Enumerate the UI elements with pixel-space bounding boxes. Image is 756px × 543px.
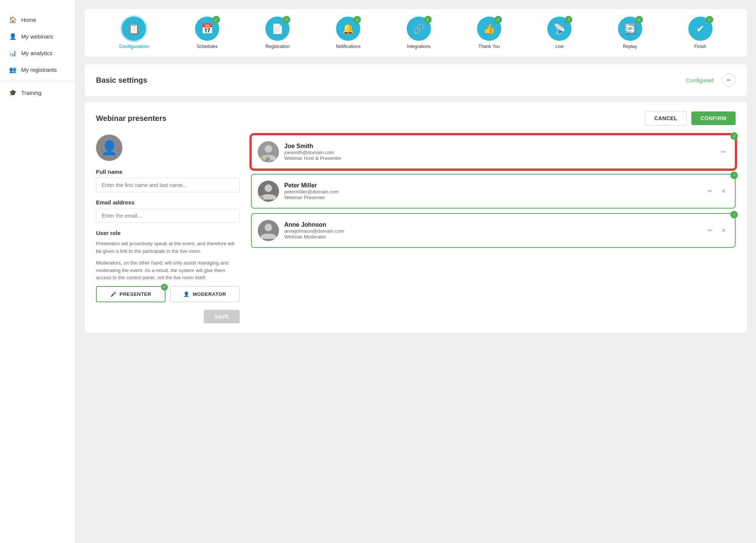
schedules-circle: 📅 ✓: [195, 17, 219, 41]
step-replay[interactable]: 🔄 ✓ Replay: [618, 17, 642, 49]
peter-miller-name: Peter Miller: [284, 182, 699, 189]
user-role-desc-2: Moderators, on the other hand, will only…: [96, 259, 240, 282]
finish-circle: ✔ ✓: [688, 17, 713, 41]
user-role-title: User role: [96, 230, 240, 236]
avatar-placeholder: 👤: [96, 135, 122, 161]
peter-miller-edit-icon[interactable]: ✏: [705, 186, 715, 196]
anne-johnson-actions: ✏ ✕: [705, 225, 729, 236]
anne-johnson-edit-icon[interactable]: ✏: [705, 225, 715, 236]
cancel-button[interactable]: CANCEL: [645, 111, 687, 125]
live-circle: 📡 ✓: [547, 17, 572, 41]
step-finish[interactable]: ✔ ✓ Finish: [688, 17, 713, 49]
email-input[interactable]: [96, 209, 240, 223]
notifications-label: Notifications: [336, 44, 360, 49]
step-thank-you[interactable]: 👍 ✓ Thank You: [477, 17, 501, 49]
joe-smith-mic-icon: 🎤: [265, 156, 271, 162]
edit-basic-settings-button[interactable]: ✏: [722, 73, 736, 87]
email-label: Email address: [96, 199, 240, 206]
mic-icon: 🎤: [110, 291, 117, 297]
schedules-check: ✓: [212, 16, 220, 23]
my-analytics-icon: 📊: [9, 49, 17, 57]
presenter-role-button[interactable]: 🎤 PRESENTER ✓: [96, 286, 166, 302]
svg-point-5: [265, 224, 272, 231]
basic-settings-title: Basic settings: [96, 76, 147, 85]
joe-smith-edit-icon[interactable]: ✏: [718, 147, 729, 157]
joe-smith-icon-badges: 🔑 🎤: [258, 156, 271, 162]
peter-miller-role: Webinar Presenter: [284, 195, 699, 200]
thank-you-check: ✓: [494, 16, 502, 23]
integrations-circle: 🔗 ✓: [407, 17, 431, 41]
confirm-button[interactable]: CONFIRM: [691, 111, 736, 125]
anne-johnson-info: Anne Johnson annejohnson@domain.com Webi…: [284, 221, 699, 240]
anne-johnson-remove-icon[interactable]: ✕: [718, 225, 729, 236]
anne-johnson-check-badge: ✓: [730, 211, 738, 218]
live-check: ✓: [565, 16, 572, 23]
step-registration[interactable]: 📄 ✓ Registration: [265, 17, 290, 49]
presenter-card-anne-johnson[interactable]: ✓ Anne Johnson annejohnson@domain.com We…: [251, 213, 736, 248]
presenters-list: ✓ 🔑 🎤 Joe Smith joesmith@domain.com Webi…: [251, 135, 736, 323]
home-icon: 🏠: [9, 16, 17, 23]
sidebar-divider: [0, 81, 75, 81]
registration-check: ✓: [283, 16, 290, 23]
sidebar-label-my-registrants: My registrants: [21, 67, 57, 73]
step-schedules[interactable]: 📅 ✓ Schedules: [195, 17, 219, 49]
joe-smith-actions: ✏: [718, 147, 729, 157]
basic-settings-card: Basic settings Configured ✏: [85, 64, 747, 96]
joe-smith-role: Webinar Host & Presenter: [284, 155, 713, 161]
presenter-card-peter-miller[interactable]: ✓ 🎤 Peter Miller petermiller@domain.com …: [251, 174, 736, 209]
step-notifications[interactable]: 🔔 ✓ Notifications: [336, 17, 360, 49]
sidebar-item-home[interactable]: 🏠 Home: [0, 11, 75, 28]
configuration-label: Configuration: [119, 44, 149, 49]
step-live[interactable]: 📡 ✓ Live: [547, 17, 572, 49]
user-role-desc-1: Presenters will proactively speak at the…: [96, 240, 240, 255]
finish-label: Finish: [694, 44, 706, 49]
joe-smith-name: Joe Smith: [284, 143, 713, 150]
sidebar-item-my-analytics[interactable]: 📊 My analytics: [0, 45, 75, 61]
sidebar-label-training: Training: [21, 90, 42, 96]
thank-you-label: Thank You: [479, 44, 500, 49]
sidebar-label-my-analytics: My analytics: [21, 50, 53, 56]
role-buttons: 🎤 PRESENTER ✓ 👤 MODERATOR: [96, 286, 240, 302]
save-button[interactable]: SAVE: [204, 310, 240, 323]
replay-circle: 🔄 ✓: [618, 17, 642, 41]
full-name-label: Full name: [96, 169, 240, 175]
peter-miller-mic-icon: 🎤: [258, 196, 264, 202]
svg-point-3: [265, 184, 272, 192]
anne-johnson-role: Webinar Moderator: [284, 234, 699, 240]
joe-smith-email: joesmith@domain.com: [284, 150, 713, 155]
peter-miller-check-badge: ✓: [730, 172, 738, 179]
anne-johnson-name: Anne Johnson: [284, 221, 699, 228]
peter-miller-email: petermiller@domain.com: [284, 189, 699, 195]
sidebar-item-training[interactable]: 🎓 Training: [0, 84, 75, 101]
replay-label: Replay: [623, 44, 637, 49]
steps-navigation: 📋 Configuration 📅 ✓ Schedules 📄 ✓ Regist…: [85, 9, 747, 57]
sidebar-item-my-webinars[interactable]: 👤 My webinars: [0, 28, 75, 45]
joe-smith-info: Joe Smith joesmith@domain.com Webinar Ho…: [284, 143, 713, 161]
peter-miller-avatar: 🎤: [258, 181, 279, 202]
notifications-check: ✓: [353, 16, 361, 23]
my-registrants-icon: 👥: [9, 66, 17, 73]
presenter-form: 👤 Full name Email address User role Pres…: [96, 135, 240, 323]
integrations-label: Integrations: [407, 44, 431, 49]
moderator-role-button[interactable]: 👤 MODERATOR: [170, 286, 240, 302]
notifications-circle: 🔔 ✓: [336, 17, 360, 41]
sidebar-item-my-registrants[interactable]: 👥 My registrants: [0, 61, 75, 78]
sidebar-label-my-webinars: My webinars: [21, 33, 53, 40]
peter-miller-remove-icon[interactable]: ✕: [718, 186, 729, 196]
anne-johnson-avatar: [258, 220, 279, 241]
training-icon: 🎓: [9, 89, 17, 96]
full-name-input[interactable]: [96, 178, 240, 192]
finish-check: ✓: [706, 16, 713, 23]
step-configuration[interactable]: 📋 Configuration: [119, 17, 149, 49]
live-label: Live: [555, 44, 564, 49]
presenter-card-joe-smith[interactable]: ✓ 🔑 🎤 Joe Smith joesmith@domain.com Webi…: [251, 135, 736, 169]
svg-point-1: [265, 145, 272, 153]
person-icon: 👤: [183, 291, 190, 297]
main-content: 📋 Configuration 📅 ✓ Schedules 📄 ✓ Regist…: [76, 0, 756, 543]
presenters-title: Webinar presenters: [96, 114, 166, 123]
step-integrations[interactable]: 🔗 ✓ Integrations: [407, 17, 431, 49]
my-webinars-icon: 👤: [9, 32, 17, 40]
joe-smith-key-icon: 🔑: [258, 156, 264, 162]
configuration-circle: 📋: [122, 17, 146, 41]
presenter-check-badge: ✓: [161, 284, 168, 291]
